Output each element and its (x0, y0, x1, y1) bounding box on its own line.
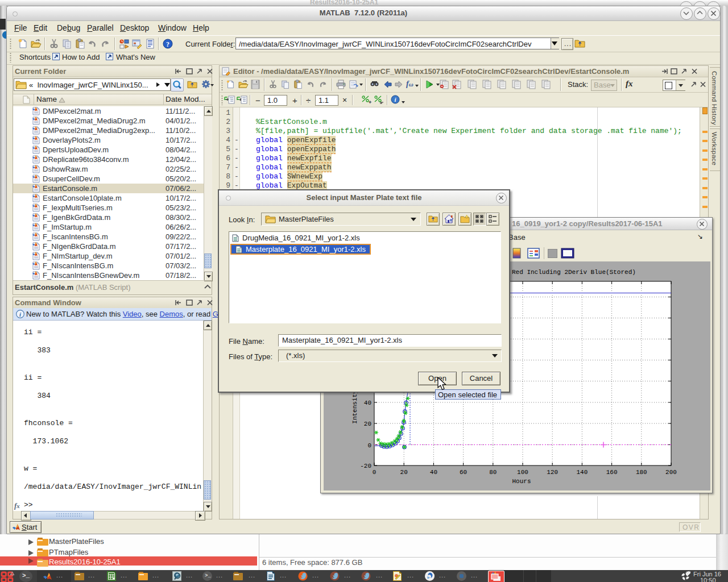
svg-text:200: 200 (665, 469, 677, 476)
svg-text:40: 40 (430, 469, 437, 476)
svg-text:120: 120 (547, 469, 558, 476)
svg-text:?: ? (166, 40, 169, 48)
svg-text:160: 160 (606, 469, 618, 476)
svg-text:Red Including 2Deriv Blue(Stor: Red Including 2Deriv Blue(Stored) (512, 269, 636, 276)
svg-text:140: 140 (576, 469, 588, 476)
svg-text:100: 100 (517, 469, 528, 476)
svg-text:+: + (369, 99, 371, 105)
svg-text:180: 180 (636, 469, 647, 476)
svg-text:20: 20 (364, 421, 371, 427)
svg-text:80: 80 (489, 469, 497, 476)
svg-text:60: 60 (460, 469, 467, 476)
svg-text:0: 0 (367, 442, 371, 449)
svg-text:Hours: Hours (512, 478, 531, 485)
svg-text:20: 20 (400, 469, 408, 476)
svg-text:40: 40 (364, 400, 371, 406)
svg-text:Intensity: Intensity (351, 390, 358, 424)
svg-text:-20: -20 (360, 463, 371, 469)
svg-text:0: 0 (373, 469, 377, 476)
